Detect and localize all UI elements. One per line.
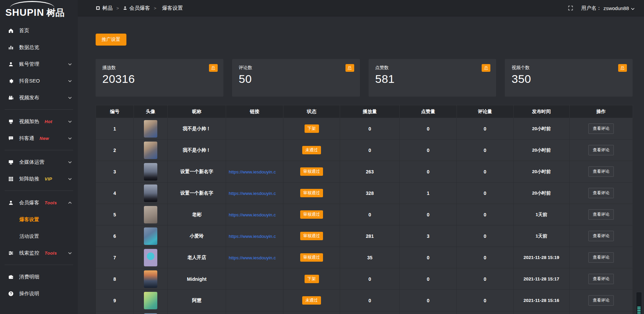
view-comments-button[interactable]: 查看评论 (588, 209, 614, 220)
col-header-link: 链接 (226, 105, 283, 118)
row-number: 2 (96, 140, 134, 161)
avatar (144, 185, 157, 202)
sidebar-item-label: 账号管理 (19, 61, 39, 67)
breadcrumb-label: 树品 (102, 5, 113, 12)
stat-cards: 播放数 20316 总 评论数 50 总 点赞数 581 总 视频个数 350 … (96, 59, 633, 97)
likes-count: 0 (400, 290, 457, 311)
row-number: 4 (96, 182, 134, 204)
sidebar-subitem-baoke-settings[interactable]: 爆客设置 (0, 211, 78, 228)
view-comments-button[interactable]: 查看评论 (588, 188, 614, 198)
row-number: 9 (96, 290, 134, 311)
sidebar-item-label: 视频加热 (19, 118, 39, 125)
sidebar-divider (5, 265, 73, 265)
view-comments-button[interactable]: 查看评论 (588, 145, 614, 155)
nickname: 我不是小帅！ (168, 118, 226, 140)
avatar (144, 206, 157, 223)
floating-contact-widget[interactable] (636, 292, 642, 314)
avatar (144, 163, 157, 180)
sidebar-item-douyin-seo[interactable]: 抖音SEO (0, 72, 78, 89)
logo-arc (10, 1, 54, 8)
status-badge: 审核通过 (300, 167, 323, 176)
chevron-down-icon (631, 5, 635, 11)
stat-value: 350 (512, 72, 626, 86)
sidebar-item-data-overview[interactable]: 数据总览 (0, 39, 78, 56)
view-comments-button[interactable]: 查看评论 (588, 274, 614, 284)
table-row: 8 Midnight 下架 0 0 0 2021-11-28 15:17 查看评… (96, 268, 633, 290)
publish-time: 20小时前 (514, 140, 570, 161)
chevron-down-icon (68, 252, 72, 254)
sidebar-item-clue-monitor[interactable]: 线索监控 Tools (0, 245, 78, 261)
plays-count: 0 (340, 204, 400, 225)
chat-icon (7, 135, 14, 142)
sliders-icon (7, 250, 14, 256)
row-number: 1 (96, 118, 134, 140)
col-header-id: 编号 (96, 105, 134, 118)
sidebar-subitem-activity-settings[interactable]: 活动设置 (0, 228, 78, 245)
view-comments-button[interactable]: 查看评论 (588, 123, 614, 134)
view-comments-button[interactable]: 查看评论 (588, 252, 614, 263)
new-badge: New (40, 136, 49, 141)
chevron-down-icon (68, 178, 72, 180)
view-comments-button[interactable]: 查看评论 (588, 231, 614, 241)
chevron-down-icon (68, 97, 72, 99)
comments-count: 0 (457, 118, 514, 140)
sidebar-item-label: 会员爆客 (19, 200, 39, 206)
question-icon (7, 290, 14, 297)
publish-time (514, 311, 570, 314)
table-row: 3 设置一个新名字 https://www.iesdouyin.c 审核通过 2… (96, 161, 633, 182)
sidebar-item-instructions[interactable]: 操作说明 (0, 285, 78, 302)
row-number: 3 (96, 161, 134, 182)
sidebar-item-label: 抖音SEO (19, 78, 40, 84)
breadcrumb-item-shupin[interactable]: 树品 (96, 5, 113, 12)
row-number: 5 (96, 204, 134, 225)
sidebar-item-matrix-boost[interactable]: 矩阵助推 VIP (0, 170, 78, 187)
stat-value: 20316 (102, 72, 217, 86)
video-camera-icon (7, 94, 14, 101)
breadcrumb-item-member-baoke[interactable]: 会员爆客 (123, 5, 150, 12)
sidebar-item-consumption-detail[interactable]: 消费明细 (0, 268, 78, 285)
promotion-settings-button[interactable]: 推广设置 (96, 34, 126, 46)
hot-badge: Hot (45, 119, 52, 124)
sidebar-item-label: 矩阵助推 (19, 176, 39, 182)
video-link[interactable]: https://www.iesdouyin.c (229, 191, 276, 196)
topbar: 树品 > 会员爆客 > 爆客设置 用户名：zswodun88 (78, 0, 644, 16)
table-row: 9 阿慧 未通过 0 0 0 2021-11-28 15:16 查看评论 (96, 290, 633, 311)
sidebar-item-label: 首页 (19, 28, 29, 34)
publish-time: 2021-11-28 15:17 (514, 268, 570, 290)
status-badge: 审核通过 (300, 189, 323, 197)
publish-time: 2021-11-28 15:19 (514, 247, 570, 268)
sidebar-subitem-label: 爆客设置 (19, 216, 39, 223)
logo-text-cn: 树品 (47, 8, 65, 17)
video-link[interactable]: https://www.iesdouyin.c (229, 169, 276, 174)
view-comments-button[interactable]: 查看评论 (588, 295, 614, 306)
sidebar-item-video-heat[interactable]: 视频加热 Hot (0, 113, 78, 130)
video-link[interactable]: https://www.iesdouyin.c (229, 234, 276, 239)
sidebar-item-member-baoke[interactable]: 会员爆客 Tools (0, 194, 78, 211)
comments-count: 0 (457, 140, 514, 161)
publish-time: 20小时前 (514, 161, 570, 182)
view-comments-button[interactable]: 查看评论 (588, 166, 614, 177)
fullscreen-icon[interactable] (568, 5, 573, 11)
comments-count: 0 (457, 225, 514, 247)
sidebar-item-home[interactable]: 首页 (0, 22, 78, 39)
avatar (144, 249, 157, 266)
table-row: 4 设置一个新名字 https://www.iesdouyin.c 审核通过 3… (96, 182, 633, 204)
col-header-likes: 点赞量 (400, 105, 457, 118)
sidebar-item-douketong[interactable]: 抖客通 New (0, 130, 78, 147)
member-icon (7, 199, 14, 206)
sidebar-item-account-manage[interactable]: 账号管理 (0, 56, 78, 72)
user-menu[interactable]: 用户名：zswodun88 (581, 5, 635, 11)
user-icon (7, 61, 14, 67)
video-link[interactable]: https://www.iesdouyin.c (229, 255, 276, 260)
sidebar-item-video-publish[interactable]: 视频发布 (0, 89, 78, 106)
video-link[interactable]: https://www.iesdouyin.c (229, 212, 276, 217)
sidebar-divider (5, 109, 73, 110)
publish-time: 1天前 (514, 204, 570, 225)
videos-table: 编号 头像 昵称 链接 状态 播放量 点赞量 评论量 发布时间 操作 1 我不是… (96, 105, 633, 314)
comments-count: 0 (457, 182, 514, 204)
status-badge: 审核通过 (300, 210, 323, 219)
sidebar-item-label: 线索监控 (19, 250, 39, 256)
plays-count: 0 (340, 140, 400, 161)
sidebar-item-all-media[interactable]: 全媒体运营 (0, 154, 78, 170)
sidebar: SHUPIN 树品 首页 数据总览 账号管理 抖音SEO 视频发布 (0, 0, 78, 314)
